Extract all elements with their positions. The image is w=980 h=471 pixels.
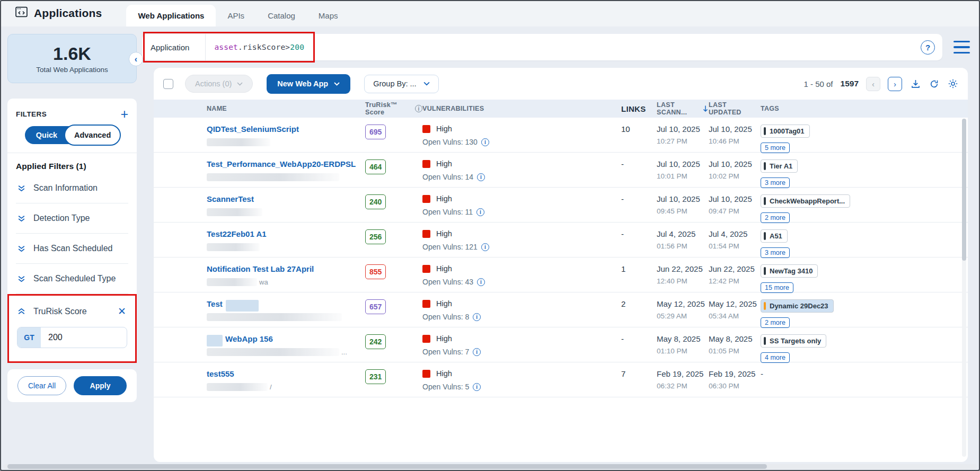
new-web-app-button[interactable]: New Web App xyxy=(267,74,350,94)
app-name-link[interactable]: Test xyxy=(207,299,223,308)
last-scanned-time: 12:40 PM xyxy=(657,277,709,285)
info-icon[interactable]: i xyxy=(473,383,481,391)
app-name-link[interactable]: QIDTest_SeleniumScript xyxy=(207,125,299,134)
app-name-link[interactable]: Notification Test Lab 27April xyxy=(207,264,314,273)
tag-chip[interactable]: CheckWebappReport... xyxy=(761,194,850,208)
help-icon[interactable]: ? xyxy=(921,40,935,55)
info-icon[interactable]: i xyxy=(481,138,489,146)
scrollbar-thumb[interactable] xyxy=(7,464,767,469)
more-tags-chip[interactable]: 2 more xyxy=(761,212,790,223)
more-tags-chip[interactable]: 4 more xyxy=(761,352,790,363)
filter-item-label: Has Scan Scheduled xyxy=(33,244,112,253)
app-name-link[interactable]: ScannerTest xyxy=(207,194,254,203)
column-header-last-scanned[interactable]: LAST SCANN... xyxy=(657,101,709,116)
severity-high-icon xyxy=(422,230,430,238)
group-by-dropdown[interactable]: Group By: ... xyxy=(364,75,438,93)
last-scanned-time: 01:10 PM xyxy=(657,347,709,355)
table-row[interactable]: test555 / 231 High Open Vulns: 5 i 7 Feb… xyxy=(154,362,968,397)
table-row[interactable]: QIDTest_SeleniumScript 695 High Open Vul… xyxy=(154,118,968,153)
query-token: .riskScore> xyxy=(238,43,290,51)
horizontal-scrollbar[interactable] xyxy=(3,464,977,469)
more-tags-chip[interactable]: 15 more xyxy=(761,282,793,293)
tag-chip[interactable]: 1000Tag01 xyxy=(761,125,810,138)
tag-chip[interactable]: Dynamic 29Dec23 xyxy=(761,299,834,313)
table-row[interactable]: ScannerTest 240 High Open Vulns: 11 i - … xyxy=(154,188,968,223)
info-icon[interactable]: i xyxy=(473,348,481,356)
redacted-block xyxy=(207,335,223,346)
column-header-trurisk-score[interactable]: TruRisk™ Score i xyxy=(365,101,422,116)
tag-label: A51 xyxy=(770,232,782,240)
tab-web-applications[interactable]: Web Applications xyxy=(126,5,216,26)
search-scope-label[interactable]: Application xyxy=(142,43,205,52)
filter-item-scan-scheduled-type[interactable]: Scan Scheduled Type xyxy=(16,264,128,294)
sidebar-collapse-button[interactable]: ‹ xyxy=(129,52,143,66)
column-header-vulnerabilities[interactable]: VULNERABILITIES xyxy=(422,105,621,112)
search-row: Application asset.riskScore>200 ? xyxy=(142,34,976,60)
tab-catalog[interactable]: Catalog xyxy=(256,5,307,26)
more-tags-chip[interactable]: 5 more xyxy=(761,143,790,153)
scrollbar-thumb[interactable] xyxy=(962,119,966,261)
table-row[interactable]: WebApp 156 ... 242 High Open Vulns: 7 i … xyxy=(154,327,968,362)
trurisk-score-badge: 464 xyxy=(365,159,386,174)
table-row[interactable]: Test 657 High Open Vulns: 8 i 2 May 12, … xyxy=(154,292,968,327)
sort-descending-icon[interactable] xyxy=(702,105,709,113)
select-all-checkbox[interactable] xyxy=(163,79,173,89)
tab-apis[interactable]: APIs xyxy=(216,5,256,26)
filter-item-detection-type[interactable]: Detection Type xyxy=(16,203,128,234)
info-icon[interactable]: i xyxy=(481,243,489,251)
apply-button[interactable]: Apply xyxy=(74,376,127,395)
more-tags-chip[interactable]: 3 more xyxy=(761,247,790,258)
severity-high-icon xyxy=(422,195,430,203)
app-name-link[interactable]: test555 xyxy=(207,369,234,378)
tag-chip[interactable]: Tier A1 xyxy=(761,159,798,173)
toggle-quick[interactable]: Quick xyxy=(25,126,68,144)
info-icon[interactable]: i xyxy=(473,313,481,321)
column-header-tags[interactable]: TAGS xyxy=(761,105,968,112)
previous-page-button[interactable]: ‹ xyxy=(866,77,880,91)
app-name-link[interactable]: WebApp 156 xyxy=(225,334,273,343)
filter-item-scan-information[interactable]: Scan Information xyxy=(16,173,128,203)
clear-all-button[interactable]: Clear All xyxy=(17,376,66,395)
tag-chip[interactable]: NewTag 3410 xyxy=(761,264,818,278)
info-icon[interactable]: i xyxy=(476,208,484,216)
download-icon[interactable] xyxy=(911,79,921,89)
pagination-range: 1 - 50 of xyxy=(804,79,833,88)
double-chevron-up-icon[interactable] xyxy=(17,307,26,316)
tag-chip[interactable]: SS Targets only xyxy=(761,334,826,348)
column-header-name[interactable]: NAME xyxy=(207,105,365,112)
app-url-redacted: ... xyxy=(207,348,365,356)
last-scanned-date: Jul 4, 2025 xyxy=(657,229,709,238)
operator-select[interactable]: GT xyxy=(17,327,41,348)
filters-footer: Clear All Apply xyxy=(7,369,137,402)
add-filter-icon[interactable]: + xyxy=(120,109,128,119)
filter-item-has-scan-scheduled[interactable]: Has Scan Scheduled xyxy=(16,234,128,264)
table-row[interactable]: Test_Performance_WebApp20-ERDPSL 464 Hig… xyxy=(154,153,968,188)
column-header-last-updated[interactable]: LAST UPDATED xyxy=(709,101,761,116)
tag-chip[interactable]: A51 xyxy=(761,229,788,243)
table-row[interactable]: Test22Feb01 A1 256 High Open Vulns: 121 … xyxy=(154,223,968,257)
more-tags-chip[interactable]: 2 more xyxy=(761,317,790,328)
filter-mode-toggle[interactable]: Quick Advanced xyxy=(25,126,119,144)
remove-filter-icon[interactable]: ✕ xyxy=(118,305,127,317)
tab-maps[interactable]: Maps xyxy=(307,5,350,26)
settings-gear-icon[interactable] xyxy=(948,78,958,89)
info-icon[interactable]: i xyxy=(415,105,422,112)
app-name-link[interactable]: Test22Feb01 A1 xyxy=(207,229,267,238)
links-count: 10 xyxy=(621,125,657,152)
tag-label: CheckWebappReport... xyxy=(770,197,845,205)
next-page-button[interactable]: › xyxy=(888,77,902,91)
info-icon[interactable]: i xyxy=(477,173,485,181)
search-query-input[interactable]: asset.riskScore>200 xyxy=(206,43,921,51)
table-row[interactable]: Notification Test Lab 27April wa 855 Hig… xyxy=(154,257,968,292)
refresh-icon[interactable] xyxy=(929,79,939,89)
more-tags-chip[interactable]: 3 more xyxy=(761,177,790,188)
toggle-advanced[interactable]: Advanced xyxy=(64,125,121,146)
info-icon[interactable]: i xyxy=(477,278,485,286)
column-header-links[interactable]: LINKS xyxy=(621,104,657,113)
trurisk-value-input[interactable]: 200 xyxy=(41,327,127,348)
actions-button[interactable]: Actions (0) xyxy=(185,75,253,93)
severity-high-icon xyxy=(422,300,430,308)
app-name-link[interactable]: Test_Performance_WebApp20-ERDPSL xyxy=(207,159,356,168)
hamburger-menu-icon[interactable] xyxy=(953,41,970,54)
vertical-scrollbar[interactable] xyxy=(962,119,966,457)
